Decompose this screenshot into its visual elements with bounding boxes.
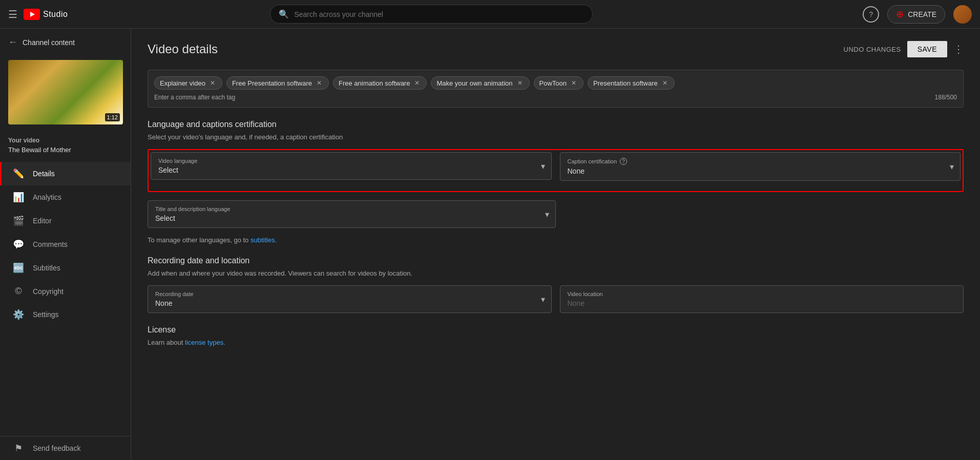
main-layout: ← Channel content 1:12 Your video The Be… [0,29,980,460]
copyright-label: Copyright [33,287,64,296]
details-label: Details [33,170,55,178]
tag-free-animation: Free animation software ✕ [333,76,427,90]
video-location-input[interactable]: Video location None [560,285,964,313]
tag-label: Free Presentation software [232,79,312,87]
page-title: Video details [148,42,218,56]
sidebar-nav: ✏️ Details 📊 Analytics 🎬 Editor 💬 Commen… [0,162,131,326]
sidebar-item-settings[interactable]: ⚙️ Settings [0,303,131,326]
channel-nav[interactable]: ← Channel content [0,29,131,56]
youtube-icon [24,9,40,20]
video-thumbnail-section: 1:12 [0,56,131,133]
hamburger-icon[interactable]: ☰ [8,8,17,20]
yt-logo[interactable]: Studio [24,9,68,20]
tag-presentation-software: Presentation software ✕ [588,76,675,90]
video-title-section: Your video The Bewail of Mother [0,133,131,158]
tag-remove-icon[interactable]: ✕ [516,79,524,87]
search-input[interactable] [294,10,584,18]
recording-section-title: Recording date and location [148,256,964,265]
tag-label: Explainer video [160,79,205,87]
video-language-dropdown[interactable]: Video language Select ▾ [151,152,552,180]
more-options-button[interactable]: ⋮ [953,43,964,55]
recording-date-label: Recording date [155,291,544,297]
send-feedback-item[interactable]: ⚑ Send feedback [0,436,131,460]
manage-languages-text: To manage other languages, go to subtitl… [148,236,964,244]
recording-date-value: None [155,299,544,307]
video-language-group: Video language Select ▾ [151,152,552,181]
sidebar-item-comments[interactable]: 💬 Comments [0,233,131,256]
caption-cert-group: Caption certification ? None ▾ [560,152,961,181]
sidebar-item-copyright[interactable]: © Copyright [0,280,131,303]
sidebar-item-analytics[interactable]: 📊 Analytics [0,185,131,209]
create-button[interactable]: ⊕ CREATE [887,5,945,24]
video-language-label: Video language [158,158,544,164]
tag-free-presentation: Free Presentation software ✕ [226,76,329,90]
video-thumbnail[interactable]: 1:12 [8,60,123,124]
sidebar-item-details[interactable]: ✏️ Details [0,162,131,185]
tags-meta: Enter a comma after each tag 188/500 [154,94,957,101]
video-language-selection-highlight: Video language Select ▾ Caption certific… [148,149,964,192]
sidebar: ← Channel content 1:12 Your video The Be… [0,29,131,460]
tag-remove-icon[interactable]: ✕ [315,79,323,87]
dropdown-arrow-icon: ▾ [545,210,549,219]
tag-make-animation: Make your own animation ✕ [431,76,529,90]
tag-label: Make your own animation [436,79,512,87]
language-dropdowns-row: Video language Select ▾ Caption certific… [151,152,961,181]
title-desc-dropdown[interactable]: Title and description language Select ▾ [148,200,556,228]
dropdown-arrow-icon: ▾ [950,162,954,172]
subtitles-link[interactable]: subtitles. [251,236,277,244]
analytics-icon: 📊 [12,192,25,203]
settings-icon: ⚙️ [12,309,25,320]
subtitles-label: Subtitles [33,264,60,272]
search-box[interactable]: 🔍 [270,5,593,24]
tag-remove-icon[interactable]: ✕ [570,79,578,87]
create-label: CREATE [908,10,936,18]
video-location-label: Video location [568,291,956,297]
tags-hint: Enter a comma after each tag [154,94,235,101]
help-icon[interactable]: ? [863,6,879,23]
language-section-title: Language and captions certification [148,120,964,129]
video-duration: 1:12 [105,113,120,121]
caption-cert-value: None [568,167,953,175]
video-name: The Bewail of Mother [8,146,122,154]
avatar[interactable] [953,5,972,24]
license-types-link[interactable]: license types. [185,339,225,346]
tag-remove-icon[interactable]: ✕ [413,79,421,87]
tags-row: Explainer video ✕ Free Presentation soft… [154,76,957,90]
video-location-value: None [568,299,956,307]
channel-label: Channel content [23,38,75,47]
language-section-subtitle: Select your video's language and, if nee… [148,133,964,141]
settings-label: Settings [33,310,59,319]
sidebar-item-editor[interactable]: 🎬 Editor [0,209,131,233]
tag-label: PowToon [539,79,567,87]
topbar-left: ☰ Studio [8,8,131,20]
editor-label: Editor [33,217,52,225]
tag-remove-icon[interactable]: ✕ [208,79,217,87]
dropdown-arrow-icon: ▾ [541,161,545,171]
header-actions: UNDO CHANGES SAVE ⋮ [844,41,964,57]
page-header: Video details UNDO CHANGES SAVE ⋮ [148,41,964,57]
title-desc-label: Title and description language [155,206,548,212]
tag-remove-icon[interactable]: ✕ [661,79,669,87]
caption-cert-dropdown[interactable]: Caption certification ? None ▾ [560,152,961,181]
recording-section-subtitle: Add when and where your video was record… [148,269,964,277]
search-icon: 🔍 [279,9,289,19]
tags-count: 188/500 [935,94,957,101]
content-area: Video details UNDO CHANGES SAVE ⋮ Explai… [131,29,980,460]
dropdown-arrow-icon: ▾ [541,295,545,304]
comments-icon: 💬 [12,239,25,250]
sidebar-item-subtitles[interactable]: 🔤 Subtitles [0,256,131,280]
caption-cert-label-row: Caption certification ? [568,158,953,165]
studio-label: Studio [43,10,68,19]
sidebar-bottom: ⚑ Send feedback [0,436,131,460]
tags-container[interactable]: Explainer video ✕ Free Presentation soft… [148,70,964,108]
undo-button[interactable]: UNDO CHANGES [844,46,901,53]
back-arrow-icon: ← [8,37,17,48]
caption-cert-label: Caption certification [568,158,617,164]
analytics-label: Analytics [33,193,61,201]
recording-date-dropdown[interactable]: Recording date None ▾ [148,285,552,313]
feedback-label: Send feedback [33,444,80,452]
license-section: License Learn about license types. [148,325,964,346]
create-icon: ⊕ [896,9,904,20]
save-button[interactable]: SAVE [907,41,947,57]
caption-cert-help-icon[interactable]: ? [620,158,627,165]
